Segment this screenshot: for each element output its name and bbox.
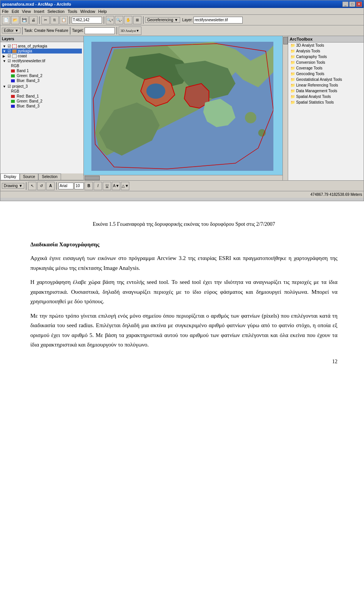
band1-icon-project3 — [11, 95, 15, 98]
layer-checkbox-coast[interactable]: ☑ — [8, 54, 11, 58]
layer-checkbox-project3[interactable]: ☑ — [8, 84, 11, 88]
toolbox-item-geostatistical[interactable]: 📁 Geostatistical Analyst Tools — [288, 77, 364, 82]
window-controls[interactable]: _ □ ✕ — [342, 2, 362, 7]
expand-icon-pyrkagia[interactable]: ▼ — [3, 49, 6, 53]
underline-btn[interactable]: U — [103, 182, 111, 190]
target-input[interactable] — [85, 27, 115, 34]
expand-icon-project3[interactable]: ▼ — [3, 85, 6, 88]
figure-caption: Εικόνα 1.5 Γεωαναφορά της δορυφορικής ει… — [30, 220, 337, 228]
open-button[interactable]: 📂 — [11, 16, 19, 24]
layer-value-input[interactable] — [193, 17, 243, 24]
print-button[interactable]: 🖨 — [29, 16, 38, 24]
menu-view[interactable]: View — [22, 9, 31, 14]
folder-icon-data-mgmt: 📁 — [290, 89, 295, 93]
layer-label-area: area_of_pyrkagia — [18, 44, 47, 48]
panel-tabs: Display Source Selection — [0, 173, 83, 180]
pan-button[interactable]: ✋ — [124, 16, 132, 24]
menu-edit[interactable]: Edit — [12, 9, 19, 14]
toolbar-row-2: Editor ▼ Task: Create New Feature Target… — [0, 25, 364, 36]
3d-analyst-dropdown[interactable]: 3D Analyst▼ — [119, 27, 141, 35]
toolbox-label-conversion: Conversion Tools — [296, 60, 325, 65]
toolbox-item-analysis[interactable]: 📁 Analysis Tools — [288, 48, 364, 54]
coordinate-input[interactable] — [72, 17, 102, 24]
toolbox-item-spatial-stats[interactable]: 📁 Spatial Statistics Tools — [288, 99, 364, 105]
expand-icon-coast[interactable]: ▶ — [3, 54, 6, 58]
folder-icon-3d: 📁 — [290, 43, 295, 47]
fill-color-btn[interactable]: △▼ — [121, 182, 129, 190]
folder-icon-linear: 📁 — [290, 83, 295, 87]
editor-dropdown[interactable]: Editor ▼ — [2, 28, 20, 33]
font-size-input[interactable] — [74, 183, 84, 189]
toolbox-item-data-mgmt[interactable]: 📁 Data Management Tools — [288, 88, 364, 94]
close-button[interactable]: ✕ — [356, 2, 362, 7]
layers-panel: Layers ▼ ☑ area_of_pyrkagia ▼ ☑ pyrkagia — [0, 36, 84, 180]
new-button[interactable]: 📄 — [2, 16, 10, 24]
toolbox-item-3d[interactable]: 📁 3D Analyst Tools — [288, 43, 364, 48]
layer-item-project3[interactable]: ▼ ☑ project_3 — [2, 84, 82, 89]
scrollbar-thumb-h[interactable] — [85, 176, 100, 180]
expand-icon-rectify[interactable]: ▼ — [3, 59, 6, 63]
layers-title: Layers — [0, 36, 83, 42]
toolbox-label-3d: 3D Analyst Tools — [296, 43, 324, 47]
sep5 — [22, 27, 23, 35]
layer-item-area-of-pyrkagia[interactable]: ▼ ☑ area_of_pyrkagia — [2, 44, 82, 49]
layer-checkbox-pyrkagia[interactable]: ☑ — [8, 49, 11, 53]
folder-icon-conversion: 📁 — [290, 60, 295, 65]
zoom-out-button[interactable]: 🔍- — [115, 16, 123, 24]
menu-file[interactable]: File — [2, 9, 9, 14]
zoom-in-button[interactable]: 🔍+ — [106, 16, 114, 24]
map-scrollbar-v[interactable] — [282, 36, 288, 180]
full-extent-button[interactable]: ⊞ — [133, 16, 141, 24]
svg-point-13 — [258, 129, 266, 137]
arrow-tool[interactable]: ↖ — [28, 182, 36, 190]
menu-help[interactable]: Help — [98, 9, 107, 14]
text-btn[interactable]: A — [46, 182, 55, 190]
toolbox-item-coverage[interactable]: 📁 Coverage Tools — [288, 65, 364, 71]
layer-item-coast[interactable]: ▶ ☑ coast — [2, 54, 82, 58]
layer-item-rectify[interactable]: ▼ ☑ rectifysnewsletter.tif — [2, 58, 82, 63]
font-color-btn[interactable]: A▼ — [112, 182, 120, 190]
layer-band3-rectify: Blue: Band_3 — [10, 78, 82, 83]
italic-btn[interactable]: I — [94, 182, 102, 190]
maximize-button[interactable]: □ — [349, 2, 355, 7]
expand-icon[interactable]: ▼ — [3, 44, 6, 48]
paste-button[interactable]: 📋 — [60, 16, 68, 24]
save-button[interactable]: 💾 — [20, 16, 28, 24]
scrollbar-thumb-v[interactable] — [283, 37, 288, 44]
map-scrollbar-h[interactable] — [84, 175, 282, 180]
menu-window[interactable]: Window — [80, 9, 95, 14]
folder-icon-spatial: 📁 — [290, 95, 295, 99]
bold-btn[interactable]: B — [85, 182, 93, 190]
band2-label-rectify: Green: Band_2 — [17, 74, 42, 78]
sep-draw — [26, 182, 27, 190]
layers-content: ▼ ☑ area_of_pyrkagia ▼ ☑ pyrkagia ▶ ☑ — [0, 42, 83, 173]
toolbox-item-cartography[interactable]: 📁 Cartography Tools — [288, 54, 364, 60]
tab-selection[interactable]: Selection — [38, 173, 61, 180]
toolbox-item-linear[interactable]: 📁 Linear Referencing Tools — [288, 82, 364, 88]
layer-rgb-rectify: RGB — [10, 63, 82, 68]
title-bar: geoanafora.mxd - ArcMap - ArcInfo _ □ ✕ — [0, 0, 364, 8]
georeferencing-label[interactable]: Georeferencing ▼ — [145, 17, 180, 23]
toolbox-item-geocoding[interactable]: 📁 Geocoding Tools — [288, 71, 364, 77]
cut-button[interactable]: ✂ — [41, 16, 50, 24]
map-area[interactable] — [84, 36, 288, 180]
tab-display[interactable]: Display — [0, 173, 20, 180]
drawing-dropdown[interactable]: Drawing ▼ — [2, 183, 24, 189]
document-content: Εικόνα 1.5 Γεωαναφορά της δορυφορικής ει… — [0, 201, 364, 381]
toolbox-item-conversion[interactable]: 📁 Conversion Tools — [288, 60, 364, 65]
layer-label-project3: project_3 — [12, 84, 28, 88]
layer-checkbox-area[interactable]: ☑ — [8, 44, 11, 48]
rotate-tool[interactable]: ↺ — [37, 182, 46, 190]
copy-button[interactable]: ⎘ — [50, 16, 59, 24]
layer-label: Layer: — [182, 18, 193, 22]
menu-selection[interactable]: Selection — [47, 9, 64, 14]
font-input[interactable] — [58, 183, 74, 189]
toolbox-item-spatial[interactable]: 📁 Spatial Analyst Tools — [288, 94, 364, 99]
layer-checkbox-rectify[interactable]: ☑ — [8, 59, 11, 63]
minimize-button[interactable]: _ — [342, 2, 348, 7]
menu-insert[interactable]: Insert — [34, 9, 44, 14]
menu-tools[interactable]: Tools — [67, 9, 77, 14]
tab-source[interactable]: Source — [20, 173, 39, 180]
layer-item-pyrkagia[interactable]: ▼ ☑ pyrkagia — [2, 49, 82, 54]
band1-icon-rectify — [11, 69, 15, 72]
